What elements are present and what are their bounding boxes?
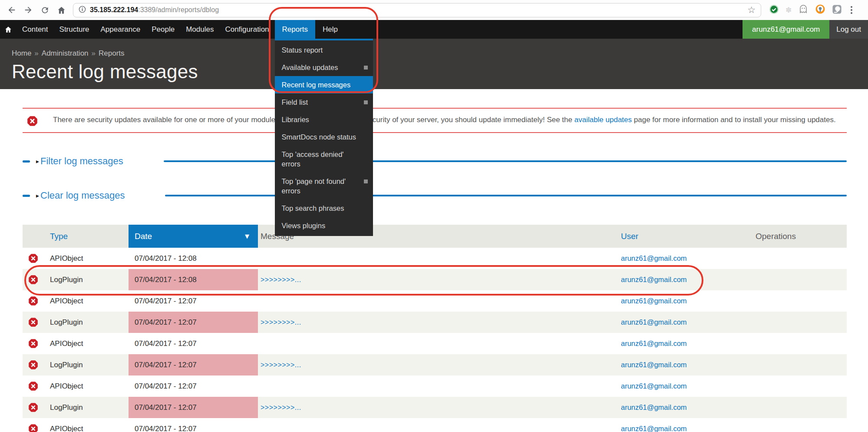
column-header-user[interactable]: User (617, 225, 751, 248)
security-warning-message: There are security updates available for… (23, 108, 847, 133)
reports-dropdown-item[interactable]: Available updates (275, 59, 373, 76)
breadcrumb-home[interactable]: Home (12, 49, 31, 57)
error-icon (29, 382, 38, 393)
reports-dropdown-item[interactable]: Top 'page not found' errors (275, 173, 373, 199)
reports-dropdown-item[interactable]: SmartDocs node status (275, 128, 373, 146)
breadcrumb-administration[interactable]: Administration (42, 49, 89, 57)
page-info-icon[interactable] (79, 6, 86, 15)
menu-badge-icon (364, 66, 368, 70)
openvpn-extension-icon[interactable] (815, 4, 825, 16)
error-icon (27, 116, 37, 130)
menu-item-appearance[interactable]: Appearance (95, 20, 146, 39)
fieldset-clear-log-messages: ▸ Clear log messages (23, 189, 847, 202)
fieldset-filter-log-messages: ▸ Filter log messages (23, 155, 847, 168)
reload-icon[interactable] (37, 3, 52, 17)
menu-item-reports[interactable]: Reports (275, 20, 316, 39)
column-header-date-sorted[interactable]: Date▼ (129, 225, 258, 248)
menu-item-help[interactable]: Help (315, 20, 345, 39)
logout-button[interactable]: Log out (829, 20, 868, 39)
menu-badge-icon (364, 179, 368, 183)
error-icon (29, 275, 38, 286)
error-icon (29, 424, 38, 432)
error-icon (29, 339, 38, 350)
collapsed-arrow-icon[interactable]: ▸ (36, 192, 39, 199)
menu-item-modules[interactable]: Modules (180, 20, 219, 39)
ghost-extension-icon[interactable] (798, 4, 809, 16)
log-type: LogPlugin (50, 361, 83, 369)
menu-item-content[interactable]: Content (17, 20, 54, 39)
log-user-link[interactable]: arunz61@gmail.com (621, 339, 687, 347)
column-header-operations: Operations (751, 225, 847, 248)
menu-item-configuration[interactable]: Configuration (219, 20, 274, 39)
log-user-link[interactable]: arunz61@gmail.com (621, 318, 687, 326)
inactive-extension-icon[interactable]: ✽ (785, 6, 792, 14)
log-date: 07/04/2017 - 12:07 (129, 333, 258, 354)
forward-icon[interactable] (21, 3, 36, 17)
url-bar[interactable]: 35.185.222.194:3389/admin/reports/dblog … (73, 3, 761, 17)
menu-item-structure[interactable]: Structure (54, 20, 95, 39)
log-table-row: LogPlugin 07/04/2017 - 12:07 >>>>>>>>...… (23, 397, 847, 418)
menu-item-people[interactable]: People (146, 20, 180, 39)
log-date: 07/04/2017 - 12:07 (129, 376, 258, 397)
page-title: Recent log messages (12, 61, 868, 83)
log-user-link[interactable]: arunz61@gmail.com (621, 297, 687, 305)
home-icon[interactable] (54, 3, 69, 17)
menu-badge-icon (364, 100, 368, 104)
warning-text-tail: page for more information and to install… (632, 116, 836, 124)
browser-menu-icon[interactable] (851, 6, 852, 14)
user-email-chip[interactable]: arunz61@gmail.com (743, 20, 829, 39)
log-type: APIObject (50, 425, 83, 432)
reports-dropdown-item[interactable]: Recent log messages (275, 76, 373, 93)
log-type: LogPlugin (50, 276, 83, 284)
log-date: 07/04/2017 - 12:07 (129, 312, 258, 333)
reports-menu-group: Reports Status report Available updates … (275, 20, 316, 39)
collapse-dash-icon (23, 160, 30, 163)
log-table-row: LogPlugin 07/04/2017 - 12:07 >>>>>>>>...… (23, 354, 847, 376)
log-user-link[interactable]: arunz61@gmail.com (621, 382, 687, 390)
log-type: APIObject (50, 297, 83, 305)
log-type: LogPlugin (50, 318, 83, 326)
page-header: Home»Administration»Reports Recent log m… (0, 39, 868, 89)
log-message-link[interactable]: >>>>>>>>... (261, 361, 301, 369)
log-operations (751, 248, 847, 269)
log-table-row: APIObject 07/04/2017 - 12:07 arunz61@gma… (23, 290, 847, 312)
log-operations (751, 333, 847, 354)
log-message-link[interactable]: >>>>>>>>... (261, 404, 301, 411)
reports-dropdown-item[interactable]: Top search phrases (275, 199, 373, 217)
log-table-row: LogPlugin 07/04/2017 - 12:08 >>>>>>>>...… (23, 269, 847, 290)
breadcrumb-reports[interactable]: Reports (99, 49, 125, 57)
breadcrumb: Home»Administration»Reports (12, 49, 868, 58)
reports-dropdown-item[interactable]: Field list (275, 93, 373, 111)
log-messages-table: Type Date▼ Message User Operations APIOb… (23, 225, 847, 432)
screenshot-extension-icon[interactable] (832, 4, 842, 16)
filter-log-messages-link[interactable]: Filter log messages (40, 156, 123, 167)
drupal-home-icon[interactable] (0, 20, 17, 39)
log-message-link[interactable]: >>>>>>>>... (261, 276, 301, 283)
available-updates-link[interactable]: available updates (574, 116, 632, 124)
collapsed-arrow-icon[interactable]: ▸ (36, 158, 39, 165)
reports-dropdown-item[interactable]: Status report (275, 41, 373, 59)
log-operations (751, 354, 847, 376)
log-operations (751, 376, 847, 397)
sort-desc-icon: ▼ (245, 233, 249, 239)
log-type: APIObject (50, 382, 83, 390)
reports-dropdown-item[interactable]: Top 'access denied' errors (275, 146, 373, 173)
log-message-link[interactable]: >>>>>>>>... (261, 319, 301, 326)
column-header-type[interactable]: Type (23, 225, 129, 248)
log-user-link[interactable]: arunz61@gmail.com (621, 276, 687, 283)
clear-log-messages-link[interactable]: Clear log messages (40, 190, 125, 201)
log-date: 07/04/2017 - 12:07 (129, 290, 258, 312)
reports-dropdown-item[interactable]: Libraries (275, 111, 373, 128)
log-user-link[interactable]: arunz61@gmail.com (621, 254, 687, 262)
log-user-link[interactable]: arunz61@gmail.com (621, 403, 687, 411)
error-icon (29, 296, 38, 308)
bookmark-star-icon[interactable]: ☆ (747, 5, 756, 15)
log-user-link[interactable]: arunz61@gmail.com (621, 425, 687, 432)
reports-dropdown-item[interactable]: Views plugins (275, 217, 373, 234)
shield-check-extension-icon[interactable] (769, 4, 779, 16)
back-icon[interactable] (4, 3, 19, 17)
error-icon (29, 254, 38, 265)
log-table-row: LogPlugin 07/04/2017 - 12:07 >>>>>>>>...… (23, 312, 847, 333)
log-user-link[interactable]: arunz61@gmail.com (621, 361, 687, 369)
log-operations (751, 312, 847, 333)
